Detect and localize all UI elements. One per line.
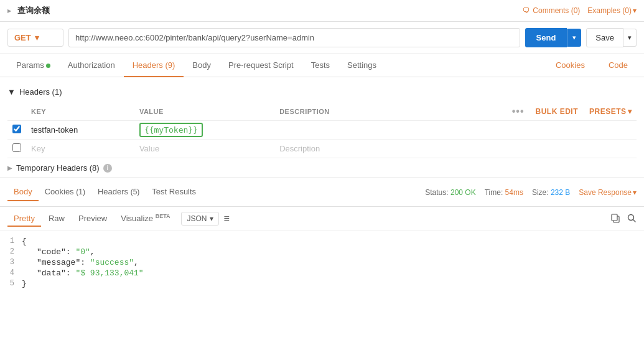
format-tab-raw[interactable]: Raw [42,211,71,227]
comments-button[interactable]: 🗨 Comments (0) [523,6,580,15]
save-response-label: Save Response [579,188,632,197]
presets-label: Presets [589,107,627,116]
save-arrow-button[interactable]: ▾ [623,29,637,47]
temp-headers-label: Temporary Headers (8) [16,163,100,173]
section-title-text: Headers (1) [19,87,62,97]
info-icon[interactable]: i [103,164,112,173]
temp-headers[interactable]: ▶ Temporary Headers (8) i [0,158,644,178]
format-tab-pretty[interactable]: Pretty [7,211,41,227]
tab-tests[interactable]: Tests [302,54,338,77]
row2-key[interactable]: Key [26,140,134,158]
line-num-5: 5 [0,279,22,288]
right-tabs: Cookies Code [547,54,637,77]
th-checkbox [7,103,26,121]
tab-authorization[interactable]: Authorization [59,54,124,77]
status-value: 200 OK [450,188,476,197]
method-select[interactable]: GET ▾ [7,29,63,47]
json-line-1: 1 { [0,236,644,247]
tab-body[interactable]: Body [184,54,220,77]
row1-description[interactable] [274,121,637,140]
status-label: Status: 200 OK [425,188,475,197]
tab-code[interactable]: Code [600,54,637,77]
line-content-2: "code": "0", [22,247,95,257]
examples-button[interactable]: Examples (0) ▾ [587,6,637,15]
request-title: ▸ 查询余额 [7,5,523,16]
row1-checkbox[interactable] [12,125,21,133]
method-arrow: ▾ [35,33,39,42]
format-arrow: ▾ [210,214,213,223]
temp-arrow-icon: ▶ [7,164,12,171]
collapse-arrow: ▼ [7,87,16,97]
copy-icon[interactable] [610,213,620,225]
title-text: 查询余额 [17,6,50,15]
send-arrow-button[interactable]: ▾ [567,29,581,47]
row2-description[interactable]: Description [274,140,637,158]
row2-checkbox[interactable] [12,143,21,152]
method-label: GET [14,33,31,42]
response-status: Status: 200 OK Time: 54ms Size: 232 B Sa… [425,188,637,197]
response-tab-test-results[interactable]: Test Results [146,183,202,201]
url-input[interactable] [68,28,520,47]
th-description: DESCRIPTION ••• Bulk Edit Presets ▾ [274,103,637,121]
size-label: Size: 232 B [532,188,570,197]
wrap-icon[interactable]: ≡ [224,213,230,224]
response-tab-headers[interactable]: Headers (5) [91,183,146,201]
response-tab-cookies[interactable]: Cookies (1) [39,183,91,201]
row1-key[interactable]: testfan-token [26,121,134,140]
tab-cookies-right[interactable]: Cookies [547,54,594,77]
url-bar: GET ▾ Send ▾ Save ▾ [0,22,644,54]
th-key: KEY [26,103,134,121]
time-value: 54ms [505,188,523,197]
row1-value[interactable]: {{myToken}} [134,121,274,140]
format-tab-preview[interactable]: Preview [72,211,113,227]
table-row-empty: Key Value Description [7,140,637,158]
top-actions: 🗨 Comments (0) Examples (0) ▾ [523,6,637,15]
save-button[interactable]: Save [586,28,623,47]
save-response-arrow: ▾ [633,188,637,197]
top-bar: ▸ 查询余额 🗨 Comments (0) Examples (0) ▾ [0,0,644,22]
save-response-button[interactable]: Save Response ▾ [579,188,637,197]
tab-params[interactable]: Params [7,54,59,77]
line-num-3: 3 [0,258,22,267]
line-num-2: 2 [0,247,22,256]
send-button[interactable]: Send [525,28,567,47]
nav-tabs: Params Authorization Headers (9) Body Pr… [0,54,644,77]
presets-button[interactable]: Presets ▾ [589,107,632,116]
response-bar: Body Cookies (1) Headers (5) Test Result… [0,178,644,207]
bulk-edit-button[interactable]: Bulk Edit [535,107,578,116]
line-content-3: "message": "success", [22,258,139,267]
json-response-area: 1 { 2 "code": "0", 3 "message": "success… [0,231,644,294]
svg-rect-1 [612,214,617,221]
format-select[interactable]: JSON ▾ [181,212,218,226]
token-value: {{myToken}} [139,123,203,137]
tab-prerequest[interactable]: Pre-request Script [220,54,302,77]
arrow-icon: ▸ [7,7,11,14]
row2-value[interactable]: Value [134,140,274,158]
tab-headers[interactable]: Headers (9) [124,54,184,77]
cookies-badge: (1) [76,188,85,196]
more-options-button[interactable]: ••• [512,106,525,117]
json-line-5: 5 } [0,278,644,289]
json-line-4: 4 "data": "$ 93,133,041" [0,268,644,278]
line-num-4: 4 [0,269,22,277]
headers-badge: (5) [131,188,140,196]
json-line-2: 2 "code": "0", [0,247,644,257]
th-value: VALUE [134,103,274,121]
format-bar: Pretty Raw Preview Visualize BETA JSON ▾… [0,207,644,231]
tab-settings[interactable]: Settings [338,54,385,77]
line-content-1: { [22,237,27,246]
search-icon[interactable] [627,213,637,225]
format-tab-visualize[interactable]: Visualize BETA [114,211,176,227]
beta-badge: BETA [156,213,170,219]
size-value: 232 B [551,188,570,197]
comments-label: Comments (0) [533,6,580,15]
response-tabs: Body Cookies (1) Headers (5) Test Result… [7,183,202,201]
table-row: testfan-token {{myToken}} [7,121,637,140]
params-dot [46,64,50,68]
headers-table: KEY VALUE DESCRIPTION ••• Bulk Edit Pres… [7,103,637,158]
line-content-4: "data": "$ 93,133,041" [22,269,144,278]
headers-section-title: ▼ Headers (1) [7,83,637,100]
format-json-label: JSON [187,214,207,223]
response-tab-body[interactable]: Body [7,183,39,201]
comment-icon: 🗨 [523,6,530,15]
